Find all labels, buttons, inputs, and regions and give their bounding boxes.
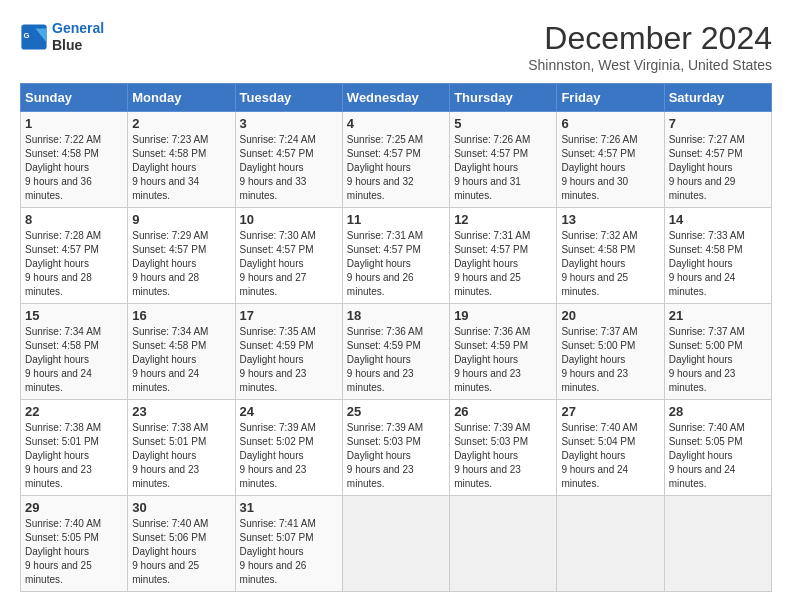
day-number: 6 xyxy=(561,116,659,131)
calendar-cell: 17 Sunrise: 7:35 AM Sunset: 4:59 PM Dayl… xyxy=(235,304,342,400)
day-info: Sunrise: 7:38 AM Sunset: 5:01 PM Dayligh… xyxy=(132,421,230,491)
calendar-cell: 4 Sunrise: 7:25 AM Sunset: 4:57 PM Dayli… xyxy=(342,112,449,208)
calendar-cell: 16 Sunrise: 7:34 AM Sunset: 4:58 PM Dayl… xyxy=(128,304,235,400)
calendar-cell: 19 Sunrise: 7:36 AM Sunset: 4:59 PM Dayl… xyxy=(450,304,557,400)
calendar-cell: 3 Sunrise: 7:24 AM Sunset: 4:57 PM Dayli… xyxy=(235,112,342,208)
day-number: 8 xyxy=(25,212,123,227)
day-number: 31 xyxy=(240,500,338,515)
day-number: 15 xyxy=(25,308,123,323)
day-number: 18 xyxy=(347,308,445,323)
day-number: 24 xyxy=(240,404,338,419)
calendar-cell: 9 Sunrise: 7:29 AM Sunset: 4:57 PM Dayli… xyxy=(128,208,235,304)
calendar-cell: 26 Sunrise: 7:39 AM Sunset: 5:03 PM Dayl… xyxy=(450,400,557,496)
day-number: 7 xyxy=(669,116,767,131)
day-number: 19 xyxy=(454,308,552,323)
title-block: December 2024 Shinnston, West Virginia, … xyxy=(528,20,772,73)
calendar-cell: 14 Sunrise: 7:33 AM Sunset: 4:58 PM Dayl… xyxy=(664,208,771,304)
day-info: Sunrise: 7:37 AM Sunset: 5:00 PM Dayligh… xyxy=(669,325,767,395)
day-number: 1 xyxy=(25,116,123,131)
day-info: Sunrise: 7:36 AM Sunset: 4:59 PM Dayligh… xyxy=(454,325,552,395)
day-info: Sunrise: 7:39 AM Sunset: 5:02 PM Dayligh… xyxy=(240,421,338,491)
svg-text:G: G xyxy=(24,31,30,40)
calendar-cell: 29 Sunrise: 7:40 AM Sunset: 5:05 PM Dayl… xyxy=(21,496,128,592)
day-info: Sunrise: 7:33 AM Sunset: 4:58 PM Dayligh… xyxy=(669,229,767,299)
day-number: 12 xyxy=(454,212,552,227)
day-info: Sunrise: 7:31 AM Sunset: 4:57 PM Dayligh… xyxy=(347,229,445,299)
col-thursday: Thursday xyxy=(450,84,557,112)
month-title: December 2024 xyxy=(528,20,772,57)
day-number: 29 xyxy=(25,500,123,515)
calendar-week-2: 8 Sunrise: 7:28 AM Sunset: 4:57 PM Dayli… xyxy=(21,208,772,304)
logo: G General Blue xyxy=(20,20,104,54)
day-info: Sunrise: 7:34 AM Sunset: 4:58 PM Dayligh… xyxy=(25,325,123,395)
calendar-cell: 22 Sunrise: 7:38 AM Sunset: 5:01 PM Dayl… xyxy=(21,400,128,496)
col-sunday: Sunday xyxy=(21,84,128,112)
calendar-cell: 21 Sunrise: 7:37 AM Sunset: 5:00 PM Dayl… xyxy=(664,304,771,400)
day-number: 25 xyxy=(347,404,445,419)
day-info: Sunrise: 7:25 AM Sunset: 4:57 PM Dayligh… xyxy=(347,133,445,203)
day-info: Sunrise: 7:41 AM Sunset: 5:07 PM Dayligh… xyxy=(240,517,338,587)
day-number: 21 xyxy=(669,308,767,323)
location-title: Shinnston, West Virginia, United States xyxy=(528,57,772,73)
day-number: 11 xyxy=(347,212,445,227)
day-number: 5 xyxy=(454,116,552,131)
calendar-cell: 15 Sunrise: 7:34 AM Sunset: 4:58 PM Dayl… xyxy=(21,304,128,400)
calendar-cell xyxy=(342,496,449,592)
col-friday: Friday xyxy=(557,84,664,112)
day-info: Sunrise: 7:23 AM Sunset: 4:58 PM Dayligh… xyxy=(132,133,230,203)
calendar-cell: 25 Sunrise: 7:39 AM Sunset: 5:03 PM Dayl… xyxy=(342,400,449,496)
day-number: 27 xyxy=(561,404,659,419)
day-info: Sunrise: 7:40 AM Sunset: 5:04 PM Dayligh… xyxy=(561,421,659,491)
day-info: Sunrise: 7:39 AM Sunset: 5:03 PM Dayligh… xyxy=(347,421,445,491)
calendar-week-1: 1 Sunrise: 7:22 AM Sunset: 4:58 PM Dayli… xyxy=(21,112,772,208)
day-info: Sunrise: 7:34 AM Sunset: 4:58 PM Dayligh… xyxy=(132,325,230,395)
calendar-table: Sunday Monday Tuesday Wednesday Thursday… xyxy=(20,83,772,592)
calendar-cell: 12 Sunrise: 7:31 AM Sunset: 4:57 PM Dayl… xyxy=(450,208,557,304)
calendar-cell xyxy=(557,496,664,592)
day-number: 22 xyxy=(25,404,123,419)
day-number: 26 xyxy=(454,404,552,419)
day-number: 3 xyxy=(240,116,338,131)
calendar-cell xyxy=(450,496,557,592)
day-number: 28 xyxy=(669,404,767,419)
calendar-week-5: 29 Sunrise: 7:40 AM Sunset: 5:05 PM Dayl… xyxy=(21,496,772,592)
day-info: Sunrise: 7:31 AM Sunset: 4:57 PM Dayligh… xyxy=(454,229,552,299)
calendar-cell: 18 Sunrise: 7:36 AM Sunset: 4:59 PM Dayl… xyxy=(342,304,449,400)
day-number: 17 xyxy=(240,308,338,323)
logo-icon: G xyxy=(20,23,48,51)
day-info: Sunrise: 7:40 AM Sunset: 5:05 PM Dayligh… xyxy=(25,517,123,587)
calendar-cell: 23 Sunrise: 7:38 AM Sunset: 5:01 PM Dayl… xyxy=(128,400,235,496)
calendar-cell: 10 Sunrise: 7:30 AM Sunset: 4:57 PM Dayl… xyxy=(235,208,342,304)
calendar-cell: 31 Sunrise: 7:41 AM Sunset: 5:07 PM Dayl… xyxy=(235,496,342,592)
calendar-cell: 30 Sunrise: 7:40 AM Sunset: 5:06 PM Dayl… xyxy=(128,496,235,592)
day-number: 10 xyxy=(240,212,338,227)
day-info: Sunrise: 7:28 AM Sunset: 4:57 PM Dayligh… xyxy=(25,229,123,299)
calendar-cell: 20 Sunrise: 7:37 AM Sunset: 5:00 PM Dayl… xyxy=(557,304,664,400)
calendar-cell: 24 Sunrise: 7:39 AM Sunset: 5:02 PM Dayl… xyxy=(235,400,342,496)
col-monday: Monday xyxy=(128,84,235,112)
day-info: Sunrise: 7:24 AM Sunset: 4:57 PM Dayligh… xyxy=(240,133,338,203)
day-number: 16 xyxy=(132,308,230,323)
day-info: Sunrise: 7:35 AM Sunset: 4:59 PM Dayligh… xyxy=(240,325,338,395)
col-wednesday: Wednesday xyxy=(342,84,449,112)
calendar-cell: 28 Sunrise: 7:40 AM Sunset: 5:05 PM Dayl… xyxy=(664,400,771,496)
day-info: Sunrise: 7:27 AM Sunset: 4:57 PM Dayligh… xyxy=(669,133,767,203)
col-tuesday: Tuesday xyxy=(235,84,342,112)
day-info: Sunrise: 7:26 AM Sunset: 4:57 PM Dayligh… xyxy=(454,133,552,203)
day-info: Sunrise: 7:40 AM Sunset: 5:06 PM Dayligh… xyxy=(132,517,230,587)
day-info: Sunrise: 7:36 AM Sunset: 4:59 PM Dayligh… xyxy=(347,325,445,395)
day-number: 2 xyxy=(132,116,230,131)
calendar-cell: 5 Sunrise: 7:26 AM Sunset: 4:57 PM Dayli… xyxy=(450,112,557,208)
calendar-cell: 6 Sunrise: 7:26 AM Sunset: 4:57 PM Dayli… xyxy=(557,112,664,208)
day-info: Sunrise: 7:39 AM Sunset: 5:03 PM Dayligh… xyxy=(454,421,552,491)
calendar-week-4: 22 Sunrise: 7:38 AM Sunset: 5:01 PM Dayl… xyxy=(21,400,772,496)
day-info: Sunrise: 7:37 AM Sunset: 5:00 PM Dayligh… xyxy=(561,325,659,395)
calendar-cell: 7 Sunrise: 7:27 AM Sunset: 4:57 PM Dayli… xyxy=(664,112,771,208)
day-info: Sunrise: 7:40 AM Sunset: 5:05 PM Dayligh… xyxy=(669,421,767,491)
header-row: Sunday Monday Tuesday Wednesday Thursday… xyxy=(21,84,772,112)
calendar-cell: 13 Sunrise: 7:32 AM Sunset: 4:58 PM Dayl… xyxy=(557,208,664,304)
calendar-cell: 8 Sunrise: 7:28 AM Sunset: 4:57 PM Dayli… xyxy=(21,208,128,304)
day-number: 14 xyxy=(669,212,767,227)
calendar-cell xyxy=(664,496,771,592)
day-number: 13 xyxy=(561,212,659,227)
